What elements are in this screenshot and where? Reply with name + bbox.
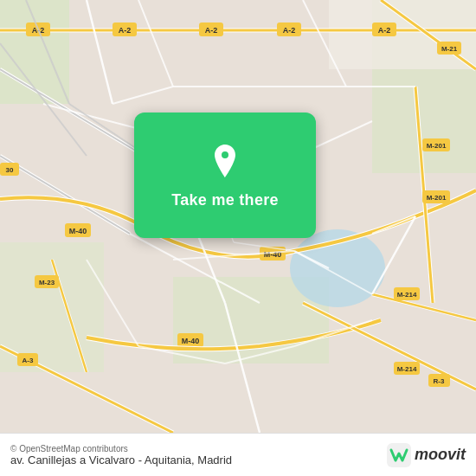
map-container: A-2 A-2 A-2 A-2 A-2 M-40 M-40 M-40 R-3	[0, 0, 476, 433]
svg-text:30: 30	[6, 166, 14, 174]
svg-text:M-214: M-214	[397, 291, 417, 299]
svg-text:M-23: M-23	[39, 279, 55, 286]
location-label: av. Canillejas a Vicalvaro - Aquitania, …	[10, 453, 232, 466]
moovit-logo: moovit	[387, 443, 466, 467]
moovit-brand-name: moovit	[415, 446, 466, 464]
svg-text:A-2: A-2	[283, 26, 296, 35]
svg-text:A-2: A-2	[378, 26, 391, 35]
svg-text:A-2: A-2	[119, 26, 132, 35]
svg-text:M-201: M-201	[427, 194, 447, 202]
svg-text:A-2: A-2	[205, 26, 218, 35]
cta-card[interactable]: Take me there	[134, 113, 316, 238]
svg-text:M-40: M-40	[182, 337, 200, 345]
svg-text:M-214: M-214	[397, 365, 417, 373]
location-info: © OpenStreetMap contributors av. Canille…	[10, 444, 232, 466]
info-bar: © OpenStreetMap contributors av. Canille…	[0, 433, 476, 476]
svg-text:M-201: M-201	[427, 142, 447, 150]
location-pin-icon	[204, 141, 246, 183]
cta-button-label: Take me there	[171, 191, 279, 209]
svg-text:A-3: A-3	[23, 357, 34, 364]
map-attribution: © OpenStreetMap contributors	[10, 444, 232, 453]
svg-text:R-3: R-3	[434, 377, 445, 385]
moovit-icon	[387, 443, 411, 467]
svg-rect-6	[329, 0, 476, 69]
svg-text:M-21: M-21	[441, 45, 458, 53]
svg-text:M-40: M-40	[69, 227, 87, 235]
